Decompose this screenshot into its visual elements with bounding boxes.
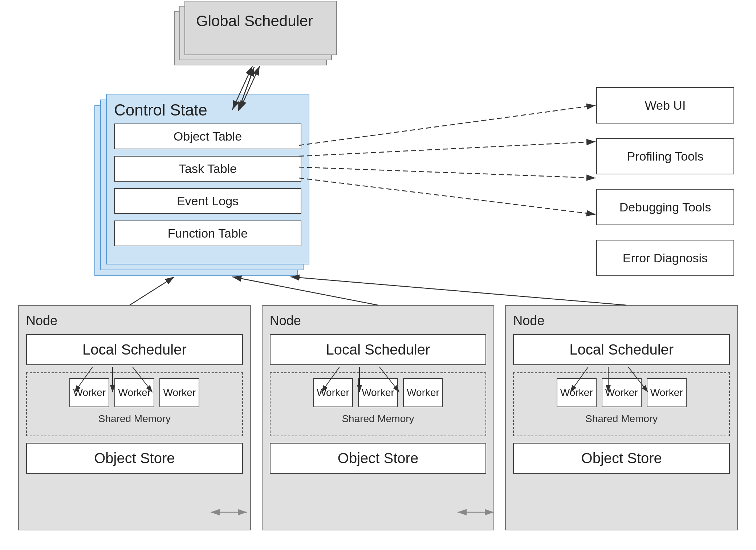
- cs-item-1: Task Table: [114, 156, 301, 182]
- tool-box-2: Debugging Tools: [596, 189, 734, 225]
- node-label-2: Node: [513, 313, 730, 328]
- worker-box-1-2: Worker: [403, 378, 443, 407]
- tools-section: Web UIProfiling ToolsDebugging ToolsErro…: [596, 87, 734, 276]
- worker-box-2-1: Worker: [602, 378, 642, 407]
- local-scheduler-0: Local Scheduler: [26, 334, 243, 365]
- svg-line-14: [299, 178, 596, 214]
- svg-line-9: [232, 277, 378, 305]
- svg-line-11: [299, 105, 596, 145]
- global-scheduler-label: Global Scheduler: [196, 12, 313, 30]
- node-box-2: NodeLocal SchedulerWorkerWorkerWorkerSha…: [505, 305, 738, 530]
- worker-box-0-0: Worker: [69, 378, 109, 407]
- local-scheduler-2: Local Scheduler: [513, 334, 730, 365]
- shared-memory-label-1: Shared Memory: [273, 410, 483, 428]
- cs-item-0: Object Table: [114, 124, 301, 149]
- tool-box-1: Profiling Tools: [596, 138, 734, 174]
- workers-row-1: WorkerWorkerWorker: [273, 378, 483, 407]
- node-box-0: NodeLocal SchedulerWorkerWorkerWorkerSha…: [18, 305, 251, 530]
- node-label-0: Node: [26, 313, 243, 328]
- tool-box-0: Web UI: [596, 87, 734, 124]
- cs-item-2: Event Logs: [114, 188, 301, 214]
- gs-card-1: Global Scheduler: [184, 1, 337, 55]
- node-label-1: Node: [270, 313, 487, 328]
- worker-box-2-0: Worker: [557, 378, 597, 407]
- object-store-0: Object Store: [26, 443, 243, 474]
- shared-memory-dashed-1: WorkerWorkerWorkerShared Memory: [270, 372, 487, 436]
- workers-row-2: WorkerWorkerWorker: [517, 378, 726, 407]
- control-state-items: Object TableTask TableEvent LogsFunction…: [114, 124, 301, 253]
- worker-box-1-0: Worker: [313, 378, 353, 407]
- diagram: Global Scheduler Control State Object Ta…: [0, 0, 756, 550]
- nodes-row: NodeLocal SchedulerWorkerWorkerWorkerSha…: [18, 305, 738, 530]
- svg-line-13: [299, 167, 596, 178]
- control-state-label: Control State: [114, 101, 207, 119]
- node-box-1: NodeLocal SchedulerWorkerWorkerWorkerSha…: [262, 305, 495, 530]
- cs-item-3: Function Table: [114, 221, 301, 246]
- shared-memory-dashed-0: WorkerWorkerWorkerShared Memory: [26, 372, 243, 436]
- object-store-1: Object Store: [270, 443, 487, 474]
- shared-memory-label-2: Shared Memory: [517, 410, 726, 428]
- svg-line-12: [299, 142, 596, 156]
- tool-box-3: Error Diagnosis: [596, 240, 734, 276]
- svg-line-8: [130, 277, 174, 305]
- worker-box-0-2: Worker: [159, 378, 199, 407]
- worker-box-1-1: Worker: [358, 378, 398, 407]
- local-scheduler-1: Local Scheduler: [270, 334, 487, 365]
- shared-memory-label-0: Shared Memory: [30, 410, 239, 428]
- worker-box-0-1: Worker: [114, 378, 154, 407]
- object-store-2: Object Store: [513, 443, 730, 474]
- svg-line-10: [290, 277, 626, 305]
- workers-row-0: WorkerWorkerWorker: [30, 378, 239, 407]
- cs-card-1: Control State Object TableTask TableEven…: [106, 94, 309, 264]
- shared-memory-dashed-2: WorkerWorkerWorkerShared Memory: [513, 372, 730, 436]
- worker-box-2-2: Worker: [647, 378, 687, 407]
